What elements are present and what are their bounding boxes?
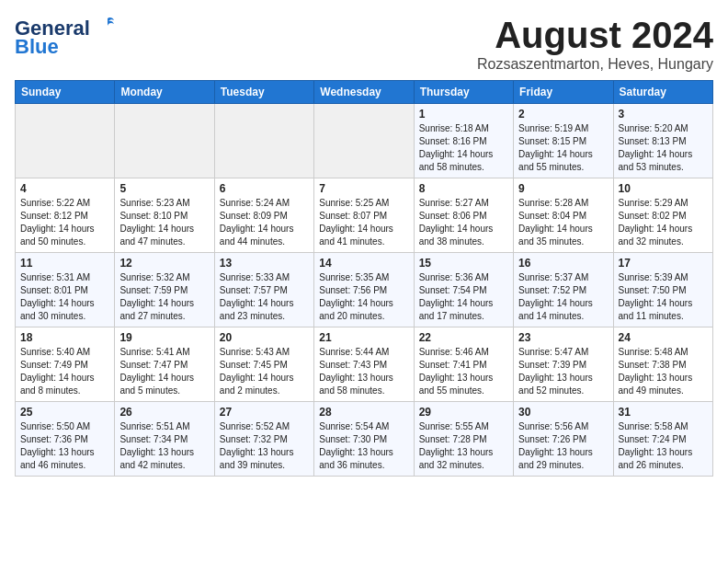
calendar-cell: 30Sunrise: 5:56 AM Sunset: 7:26 PM Dayli… (514, 402, 613, 477)
day-number: 14 (319, 257, 408, 270)
day-number: 24 (619, 331, 708, 344)
day-info: Sunrise: 5:35 AM Sunset: 7:56 PM Dayligh… (319, 271, 408, 323)
day-number: 7 (319, 182, 408, 195)
calendar-cell: 27Sunrise: 5:52 AM Sunset: 7:32 PM Dayli… (214, 402, 313, 477)
calendar-cell: 24Sunrise: 5:48 AM Sunset: 7:38 PM Dayli… (613, 327, 712, 402)
day-info: Sunrise: 5:46 AM Sunset: 7:41 PM Dayligh… (419, 346, 508, 397)
calendar-week-row: 11Sunrise: 5:31 AM Sunset: 8:01 PM Dayli… (16, 253, 713, 327)
calendar-cell: 4Sunrise: 5:22 AM Sunset: 8:12 PM Daylig… (16, 178, 115, 253)
day-number: 27 (220, 406, 309, 419)
day-number: 8 (419, 182, 508, 195)
calendar-table: SundayMondayTuesdayWednesdayThursdayFrid… (15, 80, 713, 477)
calendar-cell: 28Sunrise: 5:54 AM Sunset: 7:30 PM Dayli… (314, 402, 414, 477)
calendar-cell (314, 104, 414, 178)
day-number: 19 (119, 331, 209, 344)
day-number: 28 (319, 406, 408, 419)
calendar-cell: 18Sunrise: 5:40 AM Sunset: 7:49 PM Dayli… (16, 327, 115, 402)
weekday-header-tuesday: Tuesday (214, 81, 313, 104)
day-number: 6 (220, 182, 309, 195)
day-info: Sunrise: 5:28 AM Sunset: 8:04 PM Dayligh… (518, 197, 608, 248)
calendar-cell: 29Sunrise: 5:55 AM Sunset: 7:28 PM Dayli… (414, 402, 513, 477)
day-number: 21 (319, 331, 408, 344)
title-area: August 2024 Rozsaszentmarton, Heves, Hun… (477, 15, 713, 73)
calendar-cell: 15Sunrise: 5:36 AM Sunset: 7:54 PM Dayli… (414, 253, 513, 327)
day-number: 20 (220, 331, 309, 344)
calendar-cell (16, 104, 115, 178)
day-number: 25 (20, 406, 109, 419)
calendar-cell: 22Sunrise: 5:46 AM Sunset: 7:41 PM Dayli… (414, 327, 513, 402)
calendar-week-row: 25Sunrise: 5:50 AM Sunset: 7:36 PM Dayli… (16, 402, 713, 477)
day-info: Sunrise: 5:39 AM Sunset: 7:50 PM Dayligh… (619, 271, 708, 323)
calendar-cell: 5Sunrise: 5:23 AM Sunset: 8:10 PM Daylig… (115, 178, 214, 253)
calendar-cell: 25Sunrise: 5:50 AM Sunset: 7:36 PM Dayli… (16, 402, 115, 477)
day-info: Sunrise: 5:58 AM Sunset: 7:24 PM Dayligh… (619, 420, 708, 472)
day-info: Sunrise: 5:55 AM Sunset: 7:28 PM Dayligh… (419, 420, 508, 472)
day-info: Sunrise: 5:29 AM Sunset: 8:02 PM Dayligh… (619, 197, 708, 248)
calendar-cell: 2Sunrise: 5:19 AM Sunset: 8:15 PM Daylig… (514, 104, 613, 178)
day-info: Sunrise: 5:41 AM Sunset: 7:47 PM Dayligh… (119, 346, 209, 397)
day-number: 4 (20, 182, 109, 195)
calendar-cell: 1Sunrise: 5:18 AM Sunset: 8:16 PM Daylig… (414, 104, 513, 178)
logo-blue: Blue (15, 35, 59, 59)
day-number: 30 (518, 406, 608, 419)
day-info: Sunrise: 5:48 AM Sunset: 7:38 PM Dayligh… (619, 346, 708, 397)
day-info: Sunrise: 5:43 AM Sunset: 7:45 PM Dayligh… (220, 346, 309, 397)
day-number: 5 (119, 182, 209, 195)
day-info: Sunrise: 5:24 AM Sunset: 8:09 PM Dayligh… (220, 197, 309, 248)
day-info: Sunrise: 5:27 AM Sunset: 8:06 PM Dayligh… (419, 197, 508, 248)
day-number: 15 (419, 257, 508, 270)
weekday-header-row: SundayMondayTuesdayWednesdayThursdayFrid… (16, 81, 713, 104)
day-number: 3 (619, 108, 708, 121)
day-number: 29 (419, 406, 508, 419)
day-info: Sunrise: 5:37 AM Sunset: 7:52 PM Dayligh… (518, 271, 608, 323)
day-info: Sunrise: 5:18 AM Sunset: 8:16 PM Dayligh… (419, 122, 508, 174)
day-info: Sunrise: 5:50 AM Sunset: 7:36 PM Dayligh… (20, 420, 109, 472)
day-number: 13 (220, 257, 309, 270)
calendar-week-row: 18Sunrise: 5:40 AM Sunset: 7:49 PM Dayli… (16, 327, 713, 402)
day-info: Sunrise: 5:40 AM Sunset: 7:49 PM Dayligh… (20, 346, 109, 397)
day-info: Sunrise: 5:22 AM Sunset: 8:12 PM Dayligh… (20, 197, 109, 248)
day-number: 26 (119, 406, 209, 419)
location-title: Rozsaszentmarton, Heves, Hungary (477, 56, 713, 73)
day-number: 1 (419, 108, 508, 121)
day-number: 31 (619, 406, 708, 419)
day-info: Sunrise: 5:33 AM Sunset: 7:57 PM Dayligh… (220, 271, 309, 323)
calendar-cell (115, 104, 214, 178)
calendar-cell: 7Sunrise: 5:25 AM Sunset: 8:07 PM Daylig… (314, 178, 414, 253)
day-number: 18 (20, 331, 109, 344)
calendar-cell: 14Sunrise: 5:35 AM Sunset: 7:56 PM Dayli… (314, 253, 414, 327)
calendar-cell: 8Sunrise: 5:27 AM Sunset: 8:06 PM Daylig… (414, 178, 513, 253)
day-info: Sunrise: 5:23 AM Sunset: 8:10 PM Dayligh… (119, 197, 209, 248)
day-number: 16 (518, 257, 608, 270)
calendar-cell: 10Sunrise: 5:29 AM Sunset: 8:02 PM Dayli… (613, 178, 712, 253)
calendar-cell: 17Sunrise: 5:39 AM Sunset: 7:50 PM Dayli… (613, 253, 712, 327)
day-info: Sunrise: 5:31 AM Sunset: 8:01 PM Dayligh… (20, 271, 109, 323)
calendar-week-row: 1Sunrise: 5:18 AM Sunset: 8:16 PM Daylig… (16, 104, 713, 178)
weekday-header-thursday: Thursday (414, 81, 513, 104)
calendar-cell (214, 104, 313, 178)
day-number: 22 (419, 331, 508, 344)
weekday-header-sunday: Sunday (16, 81, 115, 104)
day-info: Sunrise: 5:54 AM Sunset: 7:30 PM Dayligh… (319, 420, 408, 472)
calendar-cell: 11Sunrise: 5:31 AM Sunset: 8:01 PM Dayli… (16, 253, 115, 327)
weekday-header-wednesday: Wednesday (314, 81, 414, 104)
day-number: 17 (619, 257, 708, 270)
day-info: Sunrise: 5:56 AM Sunset: 7:26 PM Dayligh… (518, 420, 608, 472)
day-info: Sunrise: 5:44 AM Sunset: 7:43 PM Dayligh… (319, 346, 408, 397)
day-info: Sunrise: 5:52 AM Sunset: 7:32 PM Dayligh… (220, 420, 309, 472)
day-info: Sunrise: 5:25 AM Sunset: 8:07 PM Dayligh… (319, 197, 408, 248)
calendar-cell: 20Sunrise: 5:43 AM Sunset: 7:45 PM Dayli… (214, 327, 313, 402)
header: General Blue August 2024 Rozsaszentmarto… (15, 15, 713, 73)
weekday-header-friday: Friday (514, 81, 613, 104)
day-info: Sunrise: 5:47 AM Sunset: 7:39 PM Dayligh… (518, 346, 608, 397)
calendar-cell: 12Sunrise: 5:32 AM Sunset: 7:59 PM Dayli… (115, 253, 214, 327)
calendar-cell: 3Sunrise: 5:20 AM Sunset: 8:13 PM Daylig… (613, 104, 712, 178)
day-info: Sunrise: 5:36 AM Sunset: 7:54 PM Dayligh… (419, 271, 508, 323)
weekday-header-monday: Monday (115, 81, 214, 104)
day-number: 9 (518, 182, 608, 195)
day-number: 10 (619, 182, 708, 195)
day-info: Sunrise: 5:32 AM Sunset: 7:59 PM Dayligh… (119, 271, 209, 323)
logo: General Blue (15, 15, 118, 59)
calendar-cell: 23Sunrise: 5:47 AM Sunset: 7:39 PM Dayli… (514, 327, 613, 402)
weekday-header-saturday: Saturday (613, 81, 712, 104)
